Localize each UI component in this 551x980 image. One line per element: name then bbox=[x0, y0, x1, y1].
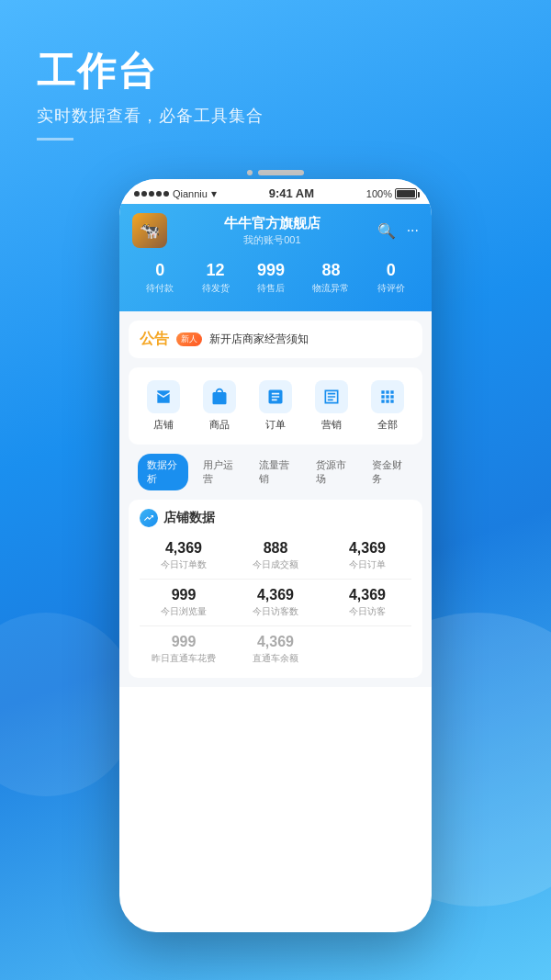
stat-label-0: 待付款 bbox=[146, 282, 174, 295]
indicator-dot-1 bbox=[247, 170, 253, 175]
quick-icons-row: 店铺 商品 bbox=[136, 380, 415, 432]
battery-percentage: 100% bbox=[366, 188, 392, 199]
page-header: 工作台 实时数据查看，必备工具集合 bbox=[0, 0, 551, 150]
all-icon-box bbox=[371, 380, 404, 413]
quick-icon-shop[interactable]: 店铺 bbox=[147, 380, 180, 432]
more-icon[interactable]: ··· bbox=[407, 222, 419, 240]
stat-item-2[interactable]: 999 待售后 bbox=[257, 261, 285, 295]
data-label-0: 今日订单数 bbox=[140, 558, 228, 571]
page-title: 工作台 bbox=[37, 46, 514, 97]
notice-badge: 新人 bbox=[176, 332, 202, 346]
stat-value-1: 12 bbox=[202, 261, 230, 280]
shop-icon-box bbox=[147, 380, 180, 413]
data-item-7: 4,369 直通车余额 bbox=[231, 630, 320, 669]
stat-item-4[interactable]: 0 待评价 bbox=[377, 261, 405, 295]
tab-user-ops[interactable]: 用户运营 bbox=[194, 454, 244, 490]
marketing-icon-label: 营销 bbox=[321, 418, 342, 432]
data-grid-2: 999 今日浏览量 4,369 今日访客数 4,369 今日访客 bbox=[140, 583, 411, 622]
data-item-2: 4,369 今日订单 bbox=[323, 536, 411, 575]
data-divider-2 bbox=[140, 625, 411, 626]
wifi-icon: ▾ bbox=[211, 187, 217, 200]
data-value-6: 999 bbox=[140, 634, 228, 650]
quick-icon-goods[interactable]: 商品 bbox=[203, 380, 236, 432]
order-stats: 0 待付款 12 待发货 999 待售后 88 物流异常 bbox=[132, 255, 419, 300]
phone-content: 公告 新人 新开店商家经营须知 店铺 bbox=[119, 311, 432, 687]
data-label-4: 今日访客数 bbox=[231, 605, 320, 618]
stat-value-4: 0 bbox=[377, 261, 405, 280]
tab-data-analysis[interactable]: 数据分析 bbox=[138, 454, 188, 490]
data-card-icon bbox=[140, 509, 158, 527]
phone-frame: Qianniu ▾ 9:41 AM 100% 🐄 bbox=[119, 179, 432, 932]
data-value-4: 4,369 bbox=[231, 587, 320, 603]
data-value-0: 4,369 bbox=[140, 540, 228, 557]
stat-item-3[interactable]: 88 物流异常 bbox=[312, 261, 349, 295]
data-grid-3: 999 昨日直通车花费 4,369 直通车余额 bbox=[140, 630, 411, 669]
data-divider-1 bbox=[140, 579, 411, 580]
stat-value-2: 999 bbox=[257, 261, 285, 280]
shop-icon-label: 店铺 bbox=[153, 418, 174, 432]
data-label-3: 今日浏览量 bbox=[140, 605, 228, 618]
stat-label-1: 待发货 bbox=[202, 282, 230, 295]
data-card-header: 店铺数据 bbox=[140, 509, 411, 527]
status-time: 9:41 AM bbox=[269, 186, 314, 200]
subtitle-divider bbox=[37, 138, 73, 141]
tab-traffic[interactable]: 流量营销 bbox=[250, 454, 300, 490]
data-label-7: 直通车余额 bbox=[231, 652, 320, 665]
shop-account: 我的账号001 bbox=[167, 233, 377, 247]
stat-label-2: 待售后 bbox=[257, 282, 285, 295]
data-item-6: 999 昨日直通车花费 bbox=[140, 630, 228, 669]
battery-area: 100% bbox=[366, 188, 417, 199]
search-icon[interactable]: 🔍 bbox=[377, 222, 396, 240]
stat-label-3: 物流异常 bbox=[312, 282, 349, 295]
goods-icon-box bbox=[203, 380, 236, 413]
stat-label-4: 待评价 bbox=[377, 282, 405, 295]
stat-value-3: 88 bbox=[312, 261, 349, 280]
carrier-name: Qianniu bbox=[173, 188, 208, 199]
data-value-3: 999 bbox=[140, 587, 228, 603]
shop-name: 牛牛官方旗舰店 bbox=[167, 215, 377, 232]
goods-icon-label: 商品 bbox=[209, 418, 230, 432]
order-icon-box bbox=[259, 380, 292, 413]
battery-bar bbox=[395, 188, 417, 199]
marketing-icon-box bbox=[315, 380, 348, 413]
avatar-image: 🐄 bbox=[132, 213, 167, 248]
data-label-5: 今日访客 bbox=[323, 605, 411, 618]
quick-icon-order[interactable]: 订单 bbox=[259, 380, 292, 432]
tab-supply[interactable]: 货源市场 bbox=[307, 454, 357, 490]
data-value-7: 4,369 bbox=[231, 634, 320, 650]
quick-icon-marketing[interactable]: 营销 bbox=[315, 380, 348, 432]
data-value-1: 888 bbox=[231, 540, 320, 557]
status-bar: Qianniu ▾ 9:41 AM 100% bbox=[119, 179, 432, 204]
notice-bulletin-icon: 公告 bbox=[140, 330, 169, 349]
order-icon-label: 订单 bbox=[265, 418, 286, 432]
notice-card[interactable]: 公告 新人 新开店商家经营须知 bbox=[129, 321, 422, 358]
stat-item-0[interactable]: 0 待付款 bbox=[146, 261, 174, 295]
data-value-5: 4,369 bbox=[323, 587, 411, 603]
data-grid: 4,369 今日订单数 888 今日成交额 4,369 今日订单 bbox=[140, 536, 411, 575]
quick-icon-all[interactable]: 全部 bbox=[371, 380, 404, 432]
data-item-0: 4,369 今日订单数 bbox=[140, 536, 228, 575]
data-item-5: 4,369 今日访客 bbox=[323, 583, 411, 622]
data-label-2: 今日订单 bbox=[323, 558, 411, 571]
phone-blue-header: 🐄 牛牛官方旗舰店 我的账号001 🔍 ··· 0 待付款 bbox=[119, 204, 432, 311]
all-icon-label: 全部 bbox=[377, 418, 398, 432]
data-value-2: 4,369 bbox=[323, 540, 411, 557]
tab-finance[interactable]: 资金财务 bbox=[363, 454, 413, 490]
data-label-1: 今日成交额 bbox=[231, 558, 320, 571]
data-card-title: 店铺数据 bbox=[163, 510, 215, 526]
indicator-pill bbox=[258, 170, 304, 175]
shop-info: 牛牛官方旗舰店 我的账号001 bbox=[167, 215, 377, 247]
stat-value-0: 0 bbox=[146, 261, 174, 280]
shop-avatar: 🐄 bbox=[132, 213, 167, 248]
data-label-6: 昨日直通车花费 bbox=[140, 652, 228, 665]
shop-actions: 🔍 ··· bbox=[377, 222, 419, 240]
notice-text: 新开店商家经营须知 bbox=[209, 332, 411, 347]
phone-mockup: Qianniu ▾ 9:41 AM 100% 🐄 bbox=[119, 161, 432, 914]
data-card: 店铺数据 4,369 今日订单数 888 今日成交额 4,369 bbox=[129, 500, 422, 678]
quick-icons-card: 店铺 商品 bbox=[129, 367, 422, 445]
data-item-3: 999 今日浏览量 bbox=[140, 583, 228, 622]
battery-fill bbox=[397, 190, 415, 197]
stat-item-1[interactable]: 12 待发货 bbox=[202, 261, 230, 295]
tab-bar: 数据分析 用户运营 流量营销 货源市场 资金财务 bbox=[129, 454, 422, 490]
shop-header: 🐄 牛牛官方旗舰店 我的账号001 🔍 ··· bbox=[132, 209, 419, 255]
